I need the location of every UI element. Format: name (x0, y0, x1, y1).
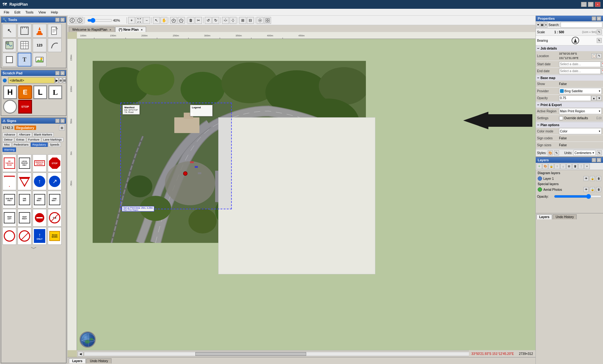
scale-edit-btn[interactable]: ✎ (597, 29, 602, 35)
provider-dropdown[interactable]: Bing Satellite ▼ (559, 88, 602, 94)
filter-advance[interactable]: Advance (3, 132, 17, 137)
layers-add-btn[interactable]: + (536, 163, 542, 169)
start-date-calendar-btn[interactable]: 📅 (601, 62, 603, 67)
filter-misc[interactable]: Misc (3, 142, 12, 147)
aerial-lock[interactable]: 🔒 (590, 187, 595, 192)
opacity-input[interactable] (559, 95, 591, 101)
sign-local-traffic-only[interactable]: LOCALTRAFFICONLY (18, 154, 31, 172)
curve-tool[interactable] (48, 38, 62, 52)
layers-panel-close[interactable]: − (592, 158, 596, 162)
sign-keep-right[interactable]: KEEPRIGHT (18, 209, 31, 227)
toolbar-flip-v[interactable] (230, 17, 236, 24)
sign-keep-left[interactable]: KEEPLEFT (3, 209, 16, 227)
table-tool[interactable] (18, 38, 31, 52)
toolbar-polygon-add[interactable] (170, 17, 177, 24)
layers-delete-btn[interactable]: 🗑 (572, 163, 578, 169)
map-tool[interactable] (3, 38, 16, 52)
cone-tool[interactable] (33, 24, 46, 38)
scratch-btn-1[interactable]: ▶ (55, 78, 58, 83)
image-tool[interactable] (33, 53, 46, 67)
minimize-button[interactable]: _ (581, 2, 587, 7)
filter-aftercare[interactable]: Aftercare (17, 132, 32, 137)
scratch-pad-input[interactable] (8, 77, 55, 83)
toolbar-fit[interactable] (136, 17, 143, 24)
bottom-tab-undo-history[interactable]: Undo History (86, 358, 111, 363)
props-tb-1[interactable]: ▼ (536, 22, 540, 28)
sign-no-road[interactable] (18, 227, 31, 245)
tools-panel-close[interactable]: − (55, 18, 60, 22)
scratch-btn-3[interactable]: ⊞ (63, 78, 66, 83)
filter-detour[interactable]: Detour (3, 137, 14, 142)
plan-options-header[interactable]: Plan options (536, 122, 603, 128)
filter-regulatory[interactable]: Regulatory (31, 142, 48, 147)
menu-edit[interactable]: Edit (12, 10, 23, 15)
right-tab-layers[interactable]: Layers (536, 214, 552, 219)
layers-panel-x[interactable]: × (597, 158, 601, 162)
properties-x[interactable]: × (597, 16, 601, 21)
opacity-spin-up[interactable]: ▲ (591, 96, 596, 101)
layer-1-visibility[interactable]: 👁 (584, 176, 589, 181)
sign-give-way[interactable] (3, 173, 16, 190)
toolbar-snap[interactable] (257, 17, 263, 24)
layers-options-btn[interactable]: ⋮ (578, 163, 584, 169)
layer-1-lock[interactable]: 🔒 (590, 176, 595, 181)
sign-ahead-arrow[interactable]: ↑ (33, 173, 46, 190)
select-tool[interactable]: ↖ (3, 24, 16, 38)
print-export-header[interactable]: Print & Export (536, 102, 603, 108)
toolbar-zoom-in[interactable]: + (128, 17, 135, 24)
layers-x-btn[interactable]: × (584, 163, 590, 169)
print-region[interactable] (120, 103, 232, 209)
sign-no-right-turn[interactable]: ↪ (48, 209, 62, 227)
start-date-input[interactable] (559, 62, 601, 67)
tab-new-plan[interactable]: (*) New Plan × (115, 27, 146, 32)
units-dropdown[interactable]: Centimeters ▼ (573, 150, 595, 156)
filter-lane-markings[interactable]: Lane Markings (42, 137, 63, 142)
tools-panel-x[interactable]: × (60, 18, 65, 22)
properties-close[interactable]: − (592, 16, 596, 21)
layers-lock-btn[interactable]: 🔒 (548, 163, 554, 169)
location-edit-btn[interactable]: ✎ (597, 53, 602, 58)
props-tb-2[interactable]: ▦ (541, 22, 544, 28)
menu-view[interactable]: View (36, 10, 48, 15)
styles-edit-btn[interactable]: ✎ (554, 150, 559, 155)
toolbar-delete[interactable]: 🗑 (187, 17, 194, 24)
toolbar-grid[interactable] (264, 17, 271, 24)
scratch-pad-x[interactable]: × (60, 71, 65, 75)
bottom-tab-layers[interactable]: Layers (69, 358, 86, 363)
toolbar-pan[interactable]: ✋ (160, 17, 167, 24)
layers-move-down-btn[interactable]: ↓ (560, 163, 566, 169)
h-scrollbar-thumb[interactable] (195, 352, 307, 356)
toolbar-cut[interactable]: ✂ (195, 17, 202, 24)
letter-E[interactable]: E (18, 85, 32, 99)
map-area[interactable]: 100m 150m 200m 250m 300m 350m 400m 450m (68, 32, 535, 357)
end-date-input[interactable] (559, 68, 601, 74)
filter-speeds[interactable]: Speeds (48, 142, 61, 147)
number-tool[interactable]: 123 (33, 38, 46, 52)
base-map-header[interactable]: Base map (536, 75, 603, 81)
menu-tools[interactable]: Tools (23, 10, 36, 15)
sign-give-way-tri[interactable] (18, 173, 31, 190)
color-mode-dropdown[interactable]: Color ▼ (559, 128, 602, 134)
props-tb-3[interactable]: ≡ (545, 22, 547, 28)
toolbar-back[interactable] (69, 17, 76, 24)
menu-file[interactable]: File (1, 10, 12, 15)
maximize-button[interactable]: □ (588, 2, 594, 7)
scroll-left-btn[interactable]: ◀ (78, 351, 83, 356)
toolbar-forward[interactable] (76, 17, 83, 24)
active-region-dropdown[interactable]: Main Print Region ▼ (559, 108, 602, 114)
tab-welcome[interactable]: Welcome to RapidPlan × (69, 27, 115, 32)
tab-new-plan-close[interactable]: × (141, 28, 143, 31)
location-copy-btn[interactable]: 📋 (591, 53, 596, 58)
sign-up-arrow-only[interactable]: ↑ ONLY (33, 227, 46, 245)
units-edit-btn[interactable]: ✎ (597, 150, 602, 155)
right-tab-undo-history[interactable]: Undo History (553, 214, 577, 219)
toolbar-ungroup[interactable]: ⊟ (247, 17, 254, 24)
sign-no-entry[interactable] (33, 209, 46, 227)
signs-panel-close[interactable]: − (55, 119, 60, 123)
sign-one-way[interactable]: ONEWAY (18, 191, 31, 208)
override-defaults-checkbox[interactable] (559, 116, 563, 120)
scratch-pad-close[interactable]: − (55, 71, 60, 75)
layers-paint-btn[interactable]: 🎨 (542, 163, 548, 169)
toolbar-rotate-cw[interactable]: ↻ (212, 17, 219, 24)
scratch-btn-2[interactable]: ⊕ (59, 78, 62, 83)
